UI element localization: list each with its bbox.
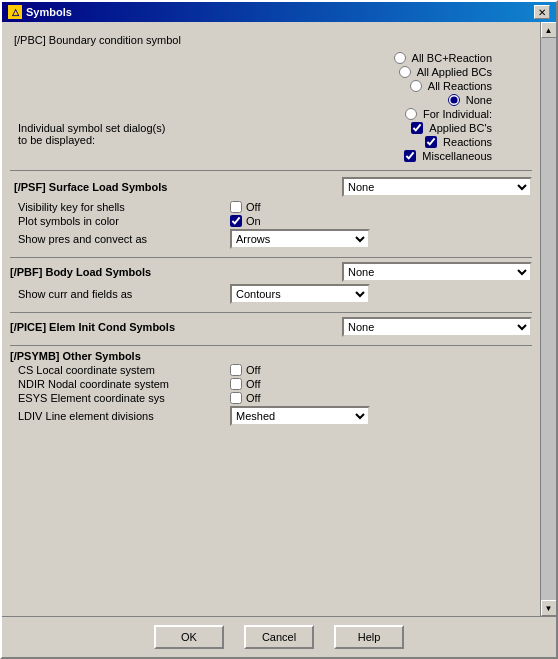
radio-applied-input[interactable] bbox=[399, 66, 411, 78]
radio-bc-reaction-label: All BC+Reaction bbox=[412, 52, 492, 64]
footer: OK Cancel Help bbox=[2, 616, 556, 657]
ldiv-row: LDIV Line element divisions Meshed None … bbox=[10, 406, 532, 426]
radio-none-input[interactable] bbox=[448, 94, 460, 106]
cb-esys-off[interactable] bbox=[230, 392, 242, 404]
radio-individual-input[interactable] bbox=[405, 108, 417, 120]
radio-all-applied: All Applied BCs bbox=[399, 66, 492, 78]
other-symbols-section: [/PSYMB] Other Symbols CS Local coordina… bbox=[10, 350, 532, 426]
individual-labels: Individual symbol set dialog(s) to be di… bbox=[10, 122, 210, 162]
color-on-label: On bbox=[246, 215, 261, 227]
body-load-dropdown[interactable]: None Arrows Contours bbox=[342, 262, 532, 282]
symbols-dialog: △ Symbols ✕ [/PBC] Boundary condition sy… bbox=[0, 0, 558, 659]
close-button[interactable]: ✕ bbox=[534, 5, 550, 19]
scroll-up-button[interactable]: ▲ bbox=[541, 22, 557, 38]
esys-off-label: Off bbox=[246, 392, 260, 404]
cb-reactions-label: Reactions bbox=[443, 136, 492, 148]
body-load-section: [/PBF] Body Load Symbols None Arrows Con… bbox=[10, 262, 532, 304]
bc-header-row: [/PBC] Boundary condition symbol bbox=[10, 30, 532, 50]
curr-dropdown[interactable]: Contours Arrows None bbox=[230, 284, 370, 304]
radio-none-label: None bbox=[466, 94, 492, 106]
elem-dropdown-container: None Arrows Contours bbox=[342, 317, 532, 337]
bc-section-label: [/PBC] Boundary condition symbol bbox=[10, 34, 210, 46]
ok-button[interactable]: OK bbox=[154, 625, 224, 649]
elem-dropdown[interactable]: None Arrows Contours bbox=[342, 317, 532, 337]
cb-applied-bc-label: Applied BC's bbox=[429, 122, 492, 134]
color-control: On bbox=[230, 215, 261, 227]
elem-header-row: [/PICE] Elem Init Cond Symbols None Arro… bbox=[10, 317, 532, 337]
divider-4 bbox=[10, 345, 532, 346]
esys-label: ESYS Element coordinate sys bbox=[10, 392, 230, 404]
cb-color-on[interactable] bbox=[230, 215, 242, 227]
ldiv-dropdown-container: Meshed None All bbox=[230, 406, 370, 426]
cb-visibility-off[interactable] bbox=[230, 201, 242, 213]
scroll-down-button[interactable]: ▼ bbox=[541, 600, 557, 616]
individual-label2: to be displayed: bbox=[18, 134, 210, 146]
curr-label: Show curr and fields as bbox=[10, 288, 230, 300]
cb-reactions-row: Reactions bbox=[425, 136, 492, 148]
esys-row: ESYS Element coordinate sys Off bbox=[10, 392, 532, 404]
dialog-content: [/PBC] Boundary condition symbol All BC+… bbox=[2, 22, 556, 616]
cs-control: Off bbox=[230, 364, 260, 376]
elem-init-section: [/PICE] Elem Init Cond Symbols None Arro… bbox=[10, 317, 532, 337]
body-header-row: [/PBF] Body Load Symbols None Arrows Con… bbox=[10, 262, 532, 282]
cb-applied-bc[interactable] bbox=[411, 122, 423, 134]
scroll-track bbox=[541, 38, 557, 600]
title-bar-left: △ Symbols bbox=[8, 5, 72, 19]
ndir-off-label: Off bbox=[246, 378, 260, 390]
window-title: Symbols bbox=[26, 6, 72, 18]
cb-ndir-off[interactable] bbox=[230, 378, 242, 390]
surface-header-row: [/PSF] Surface Load Symbols None Arrows … bbox=[10, 175, 532, 199]
app-icon: △ bbox=[8, 5, 22, 19]
other-header: [/PSYMB] Other Symbols bbox=[10, 350, 532, 362]
divider-2 bbox=[10, 257, 532, 258]
esys-control: Off bbox=[230, 392, 260, 404]
radio-none: None bbox=[448, 94, 492, 106]
radio-all-bc-reaction: All BC+Reaction bbox=[394, 52, 492, 64]
ndir-row: NDIR Nodal coordinate system Off bbox=[10, 378, 532, 390]
curr-dropdown-container: Contours Arrows None bbox=[230, 284, 370, 304]
radio-for-individual: For Individual: bbox=[405, 108, 492, 120]
cb-reactions[interactable] bbox=[425, 136, 437, 148]
divider-3 bbox=[10, 312, 532, 313]
cb-cs-off[interactable] bbox=[230, 364, 242, 376]
pres-dropdown-container: Arrows Contours None bbox=[230, 229, 370, 249]
elem-section-label: [/PICE] Elem Init Cond Symbols bbox=[10, 321, 342, 333]
individual-checkboxes: Applied BC's Reactions Miscellaneous bbox=[210, 122, 532, 162]
surface-load-section: [/PSF] Surface Load Symbols None Arrows … bbox=[10, 175, 532, 249]
pres-dropdown[interactable]: Arrows Contours None bbox=[230, 229, 370, 249]
surface-section-label: [/PSF] Surface Load Symbols bbox=[10, 181, 342, 193]
cb-miscellaneous-label: Miscellaneous bbox=[422, 150, 492, 162]
radio-individual-label: For Individual: bbox=[423, 108, 492, 120]
individual-label1: Individual symbol set dialog(s) bbox=[18, 122, 210, 134]
radio-reactions-input[interactable] bbox=[410, 80, 422, 92]
ldiv-dropdown[interactable]: Meshed None All bbox=[230, 406, 370, 426]
help-button[interactable]: Help bbox=[334, 625, 404, 649]
surface-color-row: Plot symbols in color On bbox=[10, 215, 532, 227]
cs-row: CS Local coordinate system Off bbox=[10, 364, 532, 376]
cs-off-label: Off bbox=[246, 364, 260, 376]
cb-applied-bc-row: Applied BC's bbox=[411, 122, 492, 134]
cb-miscellaneous-row: Miscellaneous bbox=[404, 150, 492, 162]
surface-visibility-row: Visibility key for shells Off bbox=[10, 201, 532, 213]
title-bar: △ Symbols ✕ bbox=[2, 2, 556, 22]
visibility-off-label: Off bbox=[246, 201, 260, 213]
radio-reactions-label: All Reactions bbox=[428, 80, 492, 92]
individual-row: Individual symbol set dialog(s) to be di… bbox=[10, 122, 532, 162]
body-curr-row: Show curr and fields as Contours Arrows … bbox=[10, 284, 532, 304]
boundary-condition-section: [/PBC] Boundary condition symbol All BC+… bbox=[10, 30, 532, 162]
visibility-control: Off bbox=[230, 201, 260, 213]
scrollbar[interactable]: ▲ ▼ bbox=[540, 22, 556, 616]
body-load-dropdown-container: None Arrows Contours bbox=[342, 262, 532, 282]
pres-label: Show pres and convect as bbox=[10, 233, 230, 245]
cb-miscellaneous[interactable] bbox=[404, 150, 416, 162]
radio-bc-reaction-input[interactable] bbox=[394, 52, 406, 64]
body-section-label: [/PBF] Body Load Symbols bbox=[10, 266, 342, 278]
color-label: Plot symbols in color bbox=[10, 215, 230, 227]
radio-all-reactions: All Reactions bbox=[410, 80, 492, 92]
cs-label: CS Local coordinate system bbox=[10, 364, 230, 376]
surface-pres-row: Show pres and convect as Arrows Contours… bbox=[10, 229, 532, 249]
cancel-button[interactable]: Cancel bbox=[244, 625, 314, 649]
visibility-label: Visibility key for shells bbox=[10, 201, 230, 213]
surface-load-dropdown[interactable]: None Arrows Contours bbox=[342, 177, 532, 197]
radio-applied-label: All Applied BCs bbox=[417, 66, 492, 78]
